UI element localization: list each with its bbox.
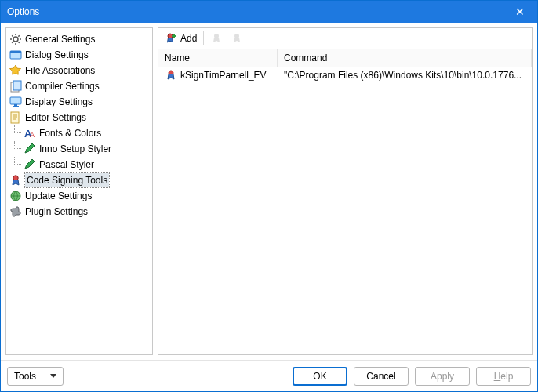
- tree-item-compiler[interactable]: Compiler Settings: [8, 78, 151, 94]
- options-window: Options ✕ General Settings Dialog Settin…: [0, 0, 538, 392]
- cell-name: kSignTimParnell_EV: [158, 69, 278, 82]
- tree-item-code-signing[interactable]: Code Signing Tools: [8, 172, 151, 188]
- sign-icon: [9, 174, 22, 187]
- ok-button[interactable]: OK: [293, 367, 347, 386]
- svg-rect-7: [13, 106, 19, 107]
- fonts-icon: AA: [24, 127, 36, 140]
- cancel-button[interactable]: Cancel: [354, 367, 409, 386]
- add-button-label: Add: [180, 33, 197, 44]
- svg-point-0: [13, 37, 18, 42]
- edit-icon: [210, 32, 223, 45]
- apply-button[interactable]: Apply: [415, 367, 470, 386]
- svg-text:A: A: [30, 131, 35, 139]
- tree-item-file-assoc[interactable]: File Associations: [8, 63, 151, 78]
- toolbar: Add: [158, 28, 532, 49]
- edit-button: [209, 31, 224, 45]
- cell-command: "C:\Program Files (x86)\Windows Kits\10\…: [278, 70, 532, 81]
- tree-item-label: Editor Settings: [25, 111, 86, 125]
- column-name[interactable]: Name: [158, 49, 278, 67]
- add-button[interactable]: Add: [163, 31, 198, 45]
- star-icon: [9, 64, 22, 77]
- pen-icon: [24, 143, 36, 155]
- tree-item-label: File Associations: [25, 64, 95, 78]
- footer: Tools OK Cancel Apply Help: [1, 360, 537, 391]
- tree-item-editor[interactable]: Editor Settings: [8, 110, 151, 125]
- editor-icon: [9, 111, 22, 124]
- dialog-icon: [9, 49, 22, 61]
- window-title: Options: [7, 6, 509, 17]
- category-tree[interactable]: General Settings Dialog Settings File As…: [5, 27, 153, 355]
- body: General Settings Dialog Settings File As…: [1, 23, 537, 360]
- tree-item-pascal-styler[interactable]: Pascal Styler: [8, 157, 151, 172]
- tree-item-general[interactable]: General Settings: [8, 31, 151, 47]
- svg-rect-4: [13, 81, 21, 90]
- cell-name-text: kSignTimParnell_EV: [180, 70, 267, 81]
- help-button[interactable]: Help: [476, 367, 531, 386]
- tree-item-label: Inno Setup Styler: [39, 142, 111, 156]
- tree-item-dialog[interactable]: Dialog Settings: [8, 47, 151, 63]
- tree-item-label: Plugin Settings: [25, 205, 88, 219]
- tools-dropdown[interactable]: Tools: [7, 367, 64, 386]
- sign-icon: [165, 69, 177, 82]
- tree-item-fonts-colors[interactable]: AA Fonts & Colors: [8, 125, 151, 141]
- globe-icon: [9, 190, 22, 202]
- tree-item-label: Compiler Settings: [25, 79, 100, 93]
- titlebar: Options ✕: [1, 1, 537, 23]
- display-icon: [9, 96, 22, 108]
- tree-item-label: Dialog Settings: [25, 48, 89, 62]
- tree-item-label: Pascal Styler: [39, 158, 94, 172]
- plugin-icon: [9, 205, 22, 218]
- close-icon[interactable]: ✕: [509, 5, 531, 18]
- help-rest: elp: [500, 371, 513, 382]
- tree-item-label: Code Signing Tools: [25, 173, 109, 187]
- svg-rect-5: [10, 97, 21, 104]
- delete-button: [229, 31, 245, 45]
- tree-item-label: Update Settings: [25, 189, 92, 203]
- chevron-down-icon: [50, 374, 56, 378]
- compiler-icon: [9, 80, 22, 93]
- tree-item-update[interactable]: Update Settings: [8, 188, 151, 204]
- tree-item-display[interactable]: Display Settings: [8, 94, 151, 110]
- tree-item-label: General Settings: [25, 32, 95, 46]
- pen-icon: [24, 158, 36, 171]
- svg-rect-6: [14, 104, 17, 106]
- separator: [203, 31, 204, 45]
- tree-item-inno-styler[interactable]: Inno Setup Styler: [8, 141, 151, 157]
- svg-rect-2: [10, 51, 21, 53]
- delete-icon: [231, 32, 243, 45]
- add-sign-icon: [165, 32, 177, 45]
- list-header: Name Command: [158, 49, 532, 67]
- list-body[interactable]: kSignTimParnell_EV "C:\Program Files (x8…: [158, 67, 532, 354]
- tools-label: Tools: [14, 371, 36, 382]
- tree-item-plugin[interactable]: Plugin Settings: [8, 204, 151, 220]
- column-command[interactable]: Command: [278, 49, 532, 67]
- tree-item-label: Display Settings: [25, 95, 93, 109]
- signing-tools-panel: Add Name Command: [158, 27, 533, 355]
- tree-item-label: Fonts & Colors: [39, 126, 101, 140]
- gear-icon: [9, 33, 22, 45]
- list-row[interactable]: kSignTimParnell_EV "C:\Program Files (x8…: [158, 67, 532, 83]
